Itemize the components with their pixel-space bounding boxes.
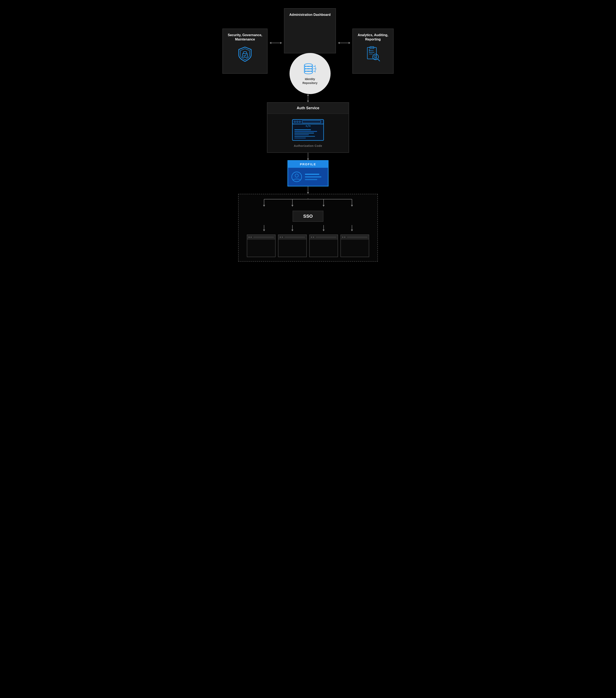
app-dot-1b: [251, 237, 252, 238]
profile-card: PROFILE: [288, 160, 328, 186]
app-dot-2b: [282, 237, 283, 238]
analytics-icon: [364, 45, 382, 64]
top-row: Security, Governance,Maintenance: [215, 8, 401, 94]
analytics-box: Analytics, Auditing,Reporting: [352, 29, 394, 74]
app-window-4: [340, 235, 369, 257]
security-label: Security, Governance,Maintenance: [228, 33, 262, 42]
svg-text:</>: </>: [306, 124, 311, 127]
v-arrow-2: [306, 153, 310, 160]
admin-label: Administration Dashboard: [289, 13, 331, 17]
right-arrow: [336, 40, 352, 45]
security-icon: [236, 45, 254, 64]
svg-rect-49: [294, 134, 309, 135]
profile-lines: [305, 174, 321, 180]
app-address-1: [253, 237, 274, 238]
svg-marker-75: [351, 229, 353, 231]
svg-marker-22: [349, 42, 350, 44]
svg-marker-66: [323, 205, 325, 207]
code-icon: </>: [292, 119, 324, 141]
profile-header: PROFILE: [288, 161, 328, 168]
svg-rect-40: [292, 120, 324, 124]
security-box: Security, Governance,Maintenance: [222, 29, 268, 74]
avatar-icon: [291, 171, 302, 182]
auth-service-box: Auth Service </>: [267, 102, 349, 153]
svg-marker-57: [307, 192, 309, 194]
app-dot-3b: [313, 237, 314, 238]
identity-section: IdentityRepository: [290, 53, 331, 94]
svg-rect-48: [294, 132, 314, 134]
app-address-4: [347, 237, 367, 238]
auth-box-header: Auth Service: [267, 103, 349, 114]
app-dot-1a: [249, 237, 250, 238]
svg-rect-46: [294, 129, 311, 130]
app-dot-2a: [280, 237, 281, 238]
database-icon: [302, 62, 318, 75]
svg-marker-69: [263, 229, 265, 231]
svg-marker-37: [307, 101, 309, 102]
app-dot-4b: [344, 237, 345, 238]
analytics-label: Analytics, Auditing,Reporting: [358, 33, 388, 42]
app-window-3: [309, 235, 338, 257]
app-bar-2: [278, 235, 306, 239]
svg-marker-2: [270, 42, 271, 44]
main-diagram: Security, Governance,Maintenance: [215, 8, 401, 262]
sso-label: SSO: [303, 213, 313, 219]
svg-rect-50: [294, 136, 315, 137]
auth-box-body: </> Authorization Code: [267, 114, 349, 152]
svg-marker-38: [307, 94, 309, 96]
profile-label: PROFILE: [300, 163, 316, 166]
auth-service-label: Auth Service: [297, 106, 319, 110]
app-address-2: [284, 237, 305, 238]
svg-marker-21: [338, 42, 340, 44]
sso-apps-row: [243, 235, 373, 257]
app-dot-4a: [342, 237, 343, 238]
svg-point-34: [375, 56, 375, 56]
app-body-4: [341, 239, 369, 257]
svg-rect-0: [242, 54, 248, 57]
svg-marker-73: [323, 229, 325, 231]
svg-line-32: [378, 59, 380, 61]
svg-marker-3: [280, 42, 282, 44]
sso-down-arrows: [249, 225, 367, 231]
svg-marker-71: [291, 229, 293, 231]
app-body-3: [310, 239, 338, 257]
app-address-3: [316, 237, 336, 238]
left-arrow: [268, 40, 284, 45]
app-dot-3a: [311, 237, 312, 238]
auth-code-label: Authorization Code: [294, 144, 322, 148]
profile-body: [288, 168, 328, 186]
admin-section: Administration Dashboard: [284, 8, 336, 94]
svg-marker-64: [263, 205, 265, 207]
v-arrow-1: [306, 94, 310, 102]
app-body-1: [247, 239, 275, 257]
svg-rect-47: [294, 131, 317, 132]
app-window-1: [247, 235, 276, 257]
svg-marker-53: [307, 158, 309, 160]
sso-section: SSO: [238, 194, 378, 262]
svg-rect-51: [294, 138, 306, 138]
svg-point-55: [295, 174, 298, 177]
identity-circle: IdentityRepository: [290, 53, 331, 94]
app-bar-4: [341, 235, 369, 239]
sso-box: SSO: [293, 211, 323, 222]
svg-point-35: [375, 56, 376, 56]
v-arrow-3: [306, 186, 310, 194]
identity-label: IdentityRepository: [303, 77, 318, 85]
admin-dashboard-box: Administration Dashboard: [284, 8, 336, 53]
svg-marker-67: [351, 205, 353, 207]
svg-marker-65: [291, 205, 293, 207]
app-body-2: [278, 239, 306, 257]
app-window-2: [278, 235, 307, 257]
app-bar-3: [310, 235, 338, 239]
app-bar-1: [247, 235, 275, 239]
sso-horizontal-connector: [243, 198, 373, 207]
